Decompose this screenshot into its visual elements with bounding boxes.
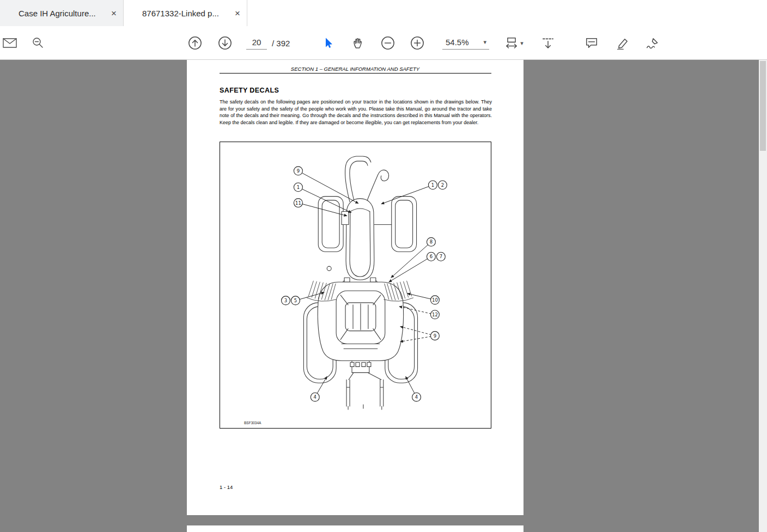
chevron-down-icon: ▾ [483, 39, 486, 46]
svg-text:2: 2 [441, 182, 444, 188]
pan-tool-button[interactable] [348, 26, 368, 60]
magnifier-icon [32, 36, 45, 50]
next-page-button[interactable] [215, 26, 235, 60]
figure-callout-4: 4 [412, 393, 421, 401]
callout-leader-line [298, 171, 358, 204]
svg-text:10: 10 [432, 297, 438, 303]
pdf-toolbar: 20 / 392 54.5% ▾ ▾ [0, 26, 767, 60]
vertical-scrollbar[interactable] [759, 60, 767, 532]
close-icon[interactable]: × [235, 9, 240, 18]
page-number-footer: 1 - 14 [220, 484, 233, 490]
chevron-down-icon: ▾ [520, 40, 523, 47]
figure-callout-9: 9 [430, 332, 439, 340]
figure-reference-code: BSF3034A [244, 421, 261, 425]
email-icon [3, 38, 17, 48]
callout-leader-line [298, 187, 351, 213]
svg-text:9: 9 [434, 333, 436, 339]
tab-label: Case IH Agriculture... [19, 9, 106, 18]
zoom-out-button[interactable] [378, 26, 398, 60]
section-rule [220, 73, 491, 74]
svg-text:9: 9 [297, 168, 300, 174]
svg-text:4: 4 [415, 394, 418, 400]
page-count-label: / 392 [272, 39, 290, 48]
section-header: SECTION 1 – GENERAL INFORMATION AND SAFE… [187, 66, 523, 72]
tractor-drawing [303, 156, 417, 409]
safety-decals-figure: 911112867351012944 BSF3034A [220, 142, 491, 429]
continuous-scroll-button[interactable] [538, 26, 558, 60]
page-title: SAFETY DECALS [220, 87, 279, 94]
figure-callout-1: 1 [294, 183, 302, 192]
body-text: The safety decals on the following pages… [220, 99, 492, 126]
scroll-down-icon [541, 36, 555, 50]
highlight-button[interactable] [613, 26, 632, 60]
comments-button[interactable] [582, 26, 601, 60]
next-pdf-page-edge [187, 525, 523, 532]
figure-callout-9: 9 [294, 167, 302, 175]
tab-bar: Case IH Agriculture... × 87671332-Linked… [0, 0, 767, 26]
scrollbar-thumb[interactable] [760, 61, 766, 151]
figure-callout-10: 10 [430, 296, 439, 304]
svg-text:1: 1 [297, 185, 300, 190]
svg-text:8: 8 [430, 239, 433, 244]
callout-leader-line [381, 185, 433, 204]
tractor-figure-svg: 911112867351012944 [220, 142, 491, 428]
svg-text:7: 7 [440, 254, 442, 259]
zoom-level-select[interactable]: 54.5% ▾ [442, 38, 489, 50]
signature-icon [646, 36, 660, 50]
pdf-page: SECTION 1 – GENERAL INFORMATION AND SAFE… [187, 60, 523, 515]
browser-tab-2[interactable]: 87671332-Linked p... × [124, 0, 247, 26]
callout-leader-line [391, 242, 431, 278]
svg-text:1: 1 [431, 182, 434, 188]
figure-callout-8: 8 [427, 237, 435, 246]
svg-text:6: 6 [430, 254, 433, 259]
svg-text:11: 11 [295, 200, 301, 206]
arrow-up-circle-icon [188, 36, 202, 50]
zoom-in-button[interactable] [407, 26, 427, 60]
comment-icon [585, 36, 598, 50]
hand-icon [351, 36, 364, 50]
fit-width-icon [505, 36, 518, 50]
figure-callout-12: 12 [430, 310, 439, 319]
pdf-viewport[interactable]: SECTION 1 – GENERAL INFORMATION AND SAFE… [0, 60, 767, 532]
figure-callout-3: 3 [282, 296, 290, 305]
svg-text:12: 12 [432, 312, 438, 317]
figure-callout-5: 5 [291, 296, 300, 305]
figure-callout-2: 2 [438, 181, 447, 189]
minus-circle-icon [381, 36, 395, 50]
svg-text:3: 3 [284, 298, 287, 303]
plus-circle-icon [410, 36, 424, 50]
close-icon[interactable]: × [111, 9, 117, 18]
zoom-level-value: 54.5% [446, 38, 469, 47]
browser-tab-1[interactable]: Case IH Agriculture... × [0, 0, 124, 26]
previous-page-button[interactable] [185, 26, 205, 60]
figure-callout-1: 1 [428, 181, 437, 189]
callout-leader-line [389, 256, 431, 282]
find-button[interactable] [28, 26, 48, 60]
ink-signature-button[interactable] [643, 26, 662, 60]
figure-callout-11: 11 [294, 199, 302, 207]
figure-callout-4: 4 [311, 393, 319, 401]
cursor-icon [322, 36, 335, 50]
select-tool-button[interactable] [319, 26, 338, 60]
svg-text:4: 4 [314, 394, 316, 400]
svg-text:5: 5 [294, 298, 297, 303]
arrow-down-circle-icon [218, 36, 232, 50]
email-button[interactable] [0, 26, 20, 60]
fit-page-button[interactable]: ▾ [500, 26, 528, 60]
page-number-input[interactable]: 20 [246, 38, 267, 50]
highlighter-icon [616, 36, 629, 50]
tab-label: 87671332-Linked p... [142, 9, 229, 18]
figure-callout-6: 6 [427, 252, 435, 261]
figure-callout-7: 7 [436, 252, 445, 261]
